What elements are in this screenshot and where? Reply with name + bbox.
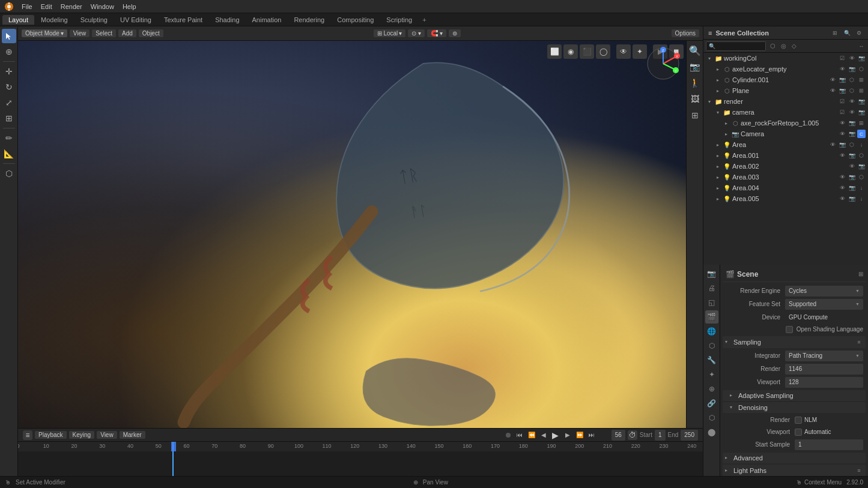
end-frame-field[interactable]: 250 bbox=[681, 430, 698, 441]
render-icon-axerock[interactable]: 📷 bbox=[848, 119, 856, 127]
expand-camera-obj[interactable]: ▸ bbox=[723, 130, 730, 137]
menu-help[interactable]: Help bbox=[119, 2, 140, 11]
viewport-zoom-in[interactable]: 🔍 bbox=[688, 43, 702, 58]
outliner-item-axelocator[interactable]: ▸ ⬡ axeLocator_empty 👁 📷 ⬡ bbox=[703, 64, 868, 74]
outliner-settings-icon[interactable]: ⚙ bbox=[855, 29, 863, 37]
props-tab-view-layer[interactable]: ◱ bbox=[705, 296, 718, 309]
tab-layout[interactable]: Layout bbox=[2, 15, 34, 25]
render-icon-area004[interactable]: 📷 bbox=[848, 184, 856, 192]
navigation-gizmo[interactable]: Z X Y bbox=[645, 46, 681, 83]
extra-icon-cylinder001[interactable]: ⊞ bbox=[857, 76, 866, 84]
denoising-viewport-checkbox[interactable] bbox=[795, 429, 802, 436]
render-icon-camera-obj[interactable]: 📷 bbox=[848, 130, 856, 138]
outliner-filter-icon[interactable]: ⊞ bbox=[831, 29, 839, 37]
render-icon-cylinder001[interactable]: 📷 bbox=[838, 76, 846, 84]
tab-texture-paint[interactable]: Texture Paint bbox=[158, 15, 208, 25]
expand-plane[interactable]: ▸ bbox=[714, 87, 721, 94]
render-icon-camera-col[interactable]: 📷 bbox=[857, 108, 866, 116]
tab-rendering[interactable]: Rendering bbox=[288, 15, 330, 25]
data-icon-cylinder001[interactable]: ⬡ bbox=[848, 76, 856, 84]
annotate-tool-button[interactable]: ✏ bbox=[2, 131, 16, 145]
start-sample-field[interactable]: 1 bbox=[795, 439, 863, 450]
time-type-toggle[interactable]: ⏱ bbox=[628, 430, 637, 440]
visibility-icon-camera-col[interactable]: ☑ bbox=[838, 108, 846, 116]
outliner-item-area004[interactable]: ▸ 💡 Area.004 👁 📷 ↓ bbox=[703, 182, 868, 193]
tab-sculpting[interactable]: Sculpting bbox=[74, 15, 114, 25]
data-icon-axelocator[interactable]: ⬡ bbox=[857, 65, 866, 73]
expand-area003[interactable]: ▸ bbox=[714, 173, 721, 181]
prev-frame-button[interactable]: ◀ bbox=[538, 430, 549, 441]
transform-space-selector[interactable]: ⊞ Local ▾ bbox=[374, 29, 405, 37]
marker-menu[interactable]: Marker bbox=[120, 431, 145, 439]
object-mode-selector[interactable]: Object Mode ▾ bbox=[22, 29, 67, 37]
props-tab-particles[interactable]: ✦ bbox=[705, 368, 718, 381]
timeline-menu-icon[interactable]: ≡ bbox=[23, 430, 32, 440]
props-tab-render[interactable]: 📷 bbox=[705, 267, 718, 280]
extra-icon-area001[interactable]: ⬡ bbox=[857, 151, 866, 160]
tab-scripting[interactable]: Scripting bbox=[380, 15, 418, 25]
outliner-item-area002[interactable]: ▸ 💡 Area.002 👁 📷 bbox=[703, 161, 868, 172]
props-tab-scene[interactable]: 🎬 bbox=[705, 310, 718, 324]
vis-icon-area005[interactable]: 👁 bbox=[838, 194, 846, 203]
tab-shading[interactable]: Shading bbox=[209, 15, 245, 25]
outliner-item-camera-obj[interactable]: ▸ 📷 Camera 👁 📷 C bbox=[703, 128, 868, 139]
props-tab-data[interactable]: ⬡ bbox=[705, 411, 718, 424]
render-icon-area[interactable]: 📷 bbox=[838, 140, 846, 149]
extra-icon-area004[interactable]: ↓ bbox=[857, 184, 866, 192]
data-icon-area[interactable]: ↓ bbox=[857, 140, 866, 149]
add-workspace-button[interactable]: + bbox=[419, 15, 429, 25]
object-menu[interactable]: Object bbox=[139, 29, 163, 37]
tab-animation[interactable]: Animation bbox=[246, 15, 288, 25]
render-icon-render[interactable]: 📷 bbox=[857, 97, 866, 106]
viewport-display-mode-2[interactable]: ◉ bbox=[563, 44, 578, 59]
visibility-icon-axelocator[interactable]: 👁 bbox=[838, 65, 846, 73]
render-icon-axelocator[interactable]: 📷 bbox=[848, 65, 856, 73]
render-icon-workingcol[interactable]: 📷 bbox=[857, 54, 866, 62]
scale-tool-button[interactable]: ⤢ bbox=[2, 95, 16, 110]
props-tab-object[interactable]: ⬡ bbox=[705, 339, 718, 352]
light-paths-header[interactable]: ▸ Light Paths ≡ bbox=[723, 465, 866, 477]
outliner-item-plane[interactable]: ▸ ⬡ Plane 👁 📷 ⬡ ⊞ bbox=[703, 85, 868, 96]
render-engine-selector[interactable]: Cycles bbox=[785, 286, 863, 297]
transform-tool-button[interactable]: ⊞ bbox=[2, 111, 16, 125]
outliner-item-render[interactable]: ▾ 📁 render ☑ 👁 📷 bbox=[703, 96, 868, 107]
expand-area005[interactable]: ▸ bbox=[714, 195, 721, 202]
tab-uv-editing[interactable]: UV Editing bbox=[114, 15, 157, 25]
hide-icon-workingcol[interactable]: 👁 bbox=[848, 54, 856, 62]
jump-end-button[interactable]: ⏭ bbox=[586, 430, 597, 441]
prev-keyframe-button[interactable]: ⏪ bbox=[526, 430, 537, 441]
viewport-3d[interactable]: ᛏᚱ ᚨᛚ 🔍 📷 🚶 🖼 ⊞ ⬜ ◉ ⬛ ◯ 👁 ✦ bbox=[18, 41, 703, 428]
tab-modeling[interactable]: Modeling bbox=[35, 15, 74, 25]
outliner-search-icon[interactable]: 🔍 bbox=[843, 29, 851, 37]
add-primitive-button[interactable]: ⬡ bbox=[2, 166, 16, 181]
extra-icon-area005[interactable]: ↓ bbox=[857, 194, 866, 203]
vis-icon-plane[interactable]: 👁 bbox=[828, 86, 837, 95]
render-icon-area002[interactable]: 📷 bbox=[857, 162, 866, 170]
render-icon-plane[interactable]: 📷 bbox=[838, 86, 846, 95]
vis-icon-area[interactable]: 👁 bbox=[828, 140, 837, 149]
move-tool-button[interactable]: ✛ bbox=[2, 64, 16, 79]
integrator-selector[interactable]: Path Tracing bbox=[785, 351, 863, 361]
viewport-display-mode-3[interactable]: ⬛ bbox=[580, 44, 594, 59]
proportional-edit[interactable]: ⊚ bbox=[449, 29, 461, 37]
jump-start-button[interactable]: ⏮ bbox=[514, 430, 525, 441]
outliner-item-workingcol[interactable]: ▾ 📁 workingCol ☑ 👁 📷 bbox=[703, 53, 868, 64]
props-tab-constraints[interactable]: 🔗 bbox=[705, 397, 718, 410]
select-tool-button[interactable] bbox=[2, 29, 16, 43]
expand-area002[interactable]: ▸ bbox=[714, 163, 721, 170]
light-paths-settings-icon[interactable]: ≡ bbox=[855, 466, 863, 475]
render-samples-field[interactable]: 1146 bbox=[785, 364, 863, 375]
snap-toggle[interactable]: 🧲 ▾ bbox=[427, 29, 446, 37]
visibility-icon-workingcol[interactable]: ☑ bbox=[838, 54, 846, 62]
props-tab-world[interactable]: 🌐 bbox=[705, 325, 718, 338]
menu-edit[interactable]: Edit bbox=[37, 2, 56, 11]
vis-icon-area002[interactable]: 👁 bbox=[848, 162, 856, 170]
cursor-tool-button[interactable]: ⊕ bbox=[2, 44, 16, 59]
view-menu[interactable]: View bbox=[70, 29, 90, 37]
extra-icon-plane[interactable]: ⊞ bbox=[857, 86, 866, 95]
data-icon-plane[interactable]: ⬡ bbox=[848, 86, 856, 95]
hide-icon-render[interactable]: 👁 bbox=[848, 97, 856, 106]
extra-icon-area[interactable]: ⬡ bbox=[848, 140, 856, 149]
props-tab-physics[interactable]: ⊕ bbox=[705, 382, 718, 396]
select-menu[interactable]: Select bbox=[92, 29, 116, 37]
